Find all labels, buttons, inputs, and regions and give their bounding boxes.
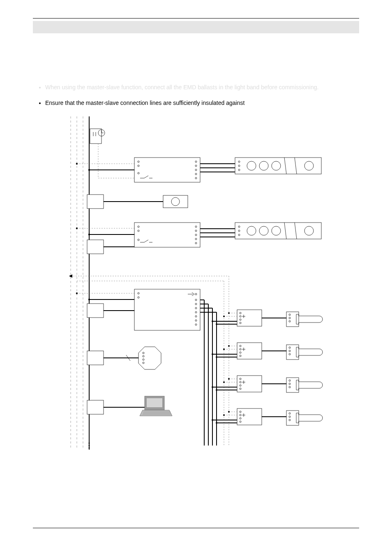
svg-point-175 — [223, 381, 225, 383]
svg-point-195 — [223, 414, 225, 416]
svg-rect-117 — [87, 400, 104, 414]
svg-point-155 — [223, 348, 225, 350]
svg-point-159 — [216, 356, 217, 358]
svg-point-135 — [223, 316, 225, 317]
wiring-diagram — [33, 116, 359, 450]
svg-rect-99 — [87, 304, 104, 318]
top-rule — [33, 18, 359, 19]
header-band — [33, 21, 359, 33]
document-page: 4.3 Wiring diagrams Note When using the … — [0, 0, 392, 550]
svg-point-197 — [212, 419, 213, 421]
svg-marker-112 — [138, 347, 161, 369]
svg-rect-181 — [286, 378, 299, 392]
svg-rect-44 — [87, 195, 104, 209]
svg-rect-65 — [235, 223, 321, 239]
svg-rect-109 — [87, 351, 104, 365]
svg-point-157 — [212, 353, 213, 355]
svg-point-179 — [216, 389, 217, 391]
svg-rect-161 — [286, 345, 299, 360]
svg-rect-201 — [286, 411, 299, 425]
note-list: When using the master-slave function, co… — [45, 83, 359, 108]
svg-point-177 — [212, 386, 213, 388]
svg-rect-75 — [87, 240, 104, 254]
svg-point-137 — [212, 320, 213, 322]
svg-point-153 — [228, 345, 230, 347]
svg-rect-141 — [286, 312, 299, 327]
svg-rect-120 — [147, 398, 162, 407]
svg-rect-87 — [134, 289, 200, 330]
bullet-2: Ensure that the master-slave connection … — [45, 98, 359, 108]
svg-rect-33 — [235, 158, 321, 174]
svg-rect-52 — [134, 223, 200, 247]
page-footer — [33, 528, 359, 530]
bullet-1: When using the master-slave function, co… — [45, 83, 359, 93]
svg-point-199 — [216, 422, 217, 424]
svg-rect-20 — [134, 158, 200, 182]
svg-point-173 — [228, 378, 230, 380]
svg-point-133 — [228, 312, 230, 314]
svg-rect-46 — [163, 195, 188, 208]
svg-point-193 — [228, 411, 230, 413]
svg-point-139 — [216, 323, 217, 325]
